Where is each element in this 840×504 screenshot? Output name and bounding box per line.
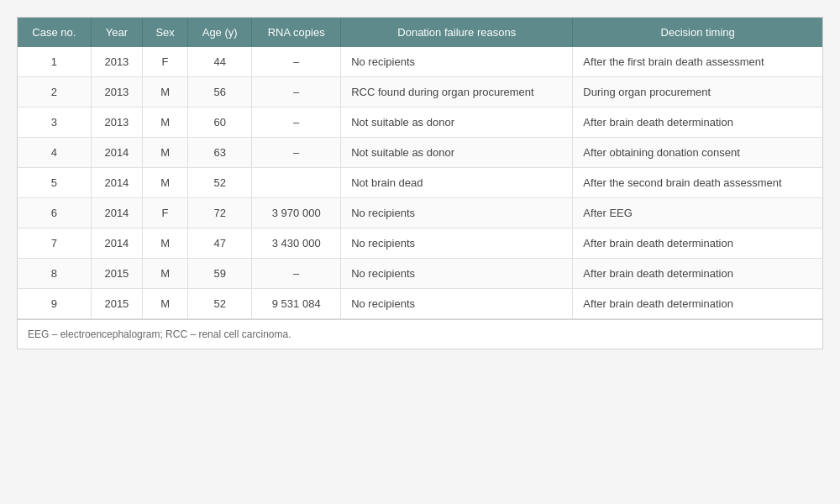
cell-7-rna_copies: 3 430 000 bbox=[252, 228, 341, 259]
table-row: 62014F723 970 000No recipientsAfter EEG bbox=[18, 198, 822, 228]
cell-4-donation_failure_reasons: Not suitable as donor bbox=[341, 138, 573, 168]
cell-8-sex: M bbox=[143, 259, 188, 289]
cell-1-donation_failure_reasons: No recipients bbox=[341, 47, 573, 77]
cell-5-sex: M bbox=[143, 168, 188, 198]
cell-9-decision_timing: After brain death determination bbox=[573, 289, 822, 319]
cell-4-sex: M bbox=[143, 138, 188, 168]
cell-7-sex: M bbox=[143, 228, 188, 259]
cell-9-donation_failure_reasons: No recipients bbox=[341, 289, 573, 319]
cell-7-decision_timing: After brain death determination bbox=[573, 228, 822, 259]
cell-4-decision_timing: After obtaining donation consent bbox=[573, 138, 822, 168]
cell-9-sex: M bbox=[143, 289, 188, 319]
col-header-sex: Sex bbox=[143, 18, 188, 47]
cell-6-rna_copies: 3 970 000 bbox=[252, 198, 341, 228]
cell-4-case_no: 4 bbox=[18, 138, 91, 168]
cell-6-age: 72 bbox=[188, 198, 252, 228]
cell-8-donation_failure_reasons: No recipients bbox=[341, 259, 573, 289]
col-header-rna-copies: RNA copies bbox=[252, 18, 341, 47]
cell-8-age: 59 bbox=[188, 259, 252, 289]
table-header-row: Case no. Year Sex Age (y) RNA copies Don… bbox=[18, 18, 822, 47]
cell-7-year: 2014 bbox=[91, 228, 142, 259]
cell-8-decision_timing: After brain death determination bbox=[573, 259, 822, 289]
cell-6-sex: F bbox=[143, 198, 188, 228]
cell-3-case_no: 3 bbox=[18, 108, 91, 138]
cell-3-decision_timing: After brain death determination bbox=[573, 108, 822, 138]
cell-6-decision_timing: After EEG bbox=[573, 198, 822, 228]
data-table: Case no. Year Sex Age (y) RNA copies Don… bbox=[18, 18, 822, 319]
table-row: 42014M63–Not suitable as donorAfter obta… bbox=[18, 138, 822, 168]
table-row: 22013M56–RCC found during organ procurem… bbox=[18, 77, 822, 108]
cell-4-age: 63 bbox=[188, 138, 252, 168]
cell-2-donation_failure_reasons: RCC found during organ procurement bbox=[341, 77, 573, 108]
table-row: 82015M59–No recipientsAfter brain death … bbox=[18, 259, 822, 289]
cell-2-case_no: 2 bbox=[18, 77, 91, 108]
cell-2-sex: M bbox=[143, 77, 188, 108]
cell-9-rna_copies: 9 531 084 bbox=[252, 289, 341, 319]
cell-1-sex: F bbox=[143, 47, 188, 77]
cell-1-rna_copies: – bbox=[252, 47, 341, 77]
table-row: 12013F44–No recipientsAfter the first br… bbox=[18, 47, 822, 77]
cell-5-rna_copies bbox=[252, 168, 341, 198]
cell-2-decision_timing: During organ procurement bbox=[573, 77, 822, 108]
cell-6-year: 2014 bbox=[91, 198, 142, 228]
cell-5-age: 52 bbox=[188, 168, 252, 198]
cell-8-rna_copies: – bbox=[252, 259, 341, 289]
table-row: 72014M473 430 000No recipientsAfter brai… bbox=[18, 228, 822, 259]
cell-6-donation_failure_reasons: No recipients bbox=[341, 198, 573, 228]
col-header-year: Year bbox=[91, 18, 142, 47]
table-row: 92015M529 531 084No recipientsAfter brai… bbox=[18, 289, 822, 319]
table-row: 32013M60–Not suitable as donorAfter brai… bbox=[18, 108, 822, 138]
cell-9-age: 52 bbox=[188, 289, 252, 319]
cell-4-year: 2014 bbox=[91, 138, 142, 168]
table-footnote: EEG – electroencephalogram; RCC – renal … bbox=[18, 319, 822, 349]
cell-2-age: 56 bbox=[188, 77, 252, 108]
col-header-decision-timing: Decision timing bbox=[573, 18, 822, 47]
cell-7-case_no: 7 bbox=[18, 228, 91, 259]
col-header-age: Age (y) bbox=[188, 18, 252, 47]
cell-5-year: 2014 bbox=[91, 168, 142, 198]
cell-9-case_no: 9 bbox=[18, 289, 91, 319]
cell-3-sex: M bbox=[143, 108, 188, 138]
cell-3-age: 60 bbox=[188, 108, 252, 138]
cell-8-year: 2015 bbox=[91, 259, 142, 289]
cell-3-rna_copies: – bbox=[252, 108, 341, 138]
cell-3-year: 2013 bbox=[91, 108, 142, 138]
table-row: 52014M52Not brain deadAfter the second b… bbox=[18, 168, 822, 198]
cell-7-donation_failure_reasons: No recipients bbox=[341, 228, 573, 259]
col-header-case-no: Case no. bbox=[18, 18, 91, 47]
col-header-donation-failure: Donation failure reasons bbox=[341, 18, 573, 47]
cell-2-year: 2013 bbox=[91, 77, 142, 108]
cell-1-age: 44 bbox=[188, 47, 252, 77]
cell-5-decision_timing: After the second brain death assessment bbox=[573, 168, 822, 198]
main-table-container: Case no. Year Sex Age (y) RNA copies Don… bbox=[17, 17, 823, 349]
cell-6-case_no: 6 bbox=[18, 198, 91, 228]
cell-5-donation_failure_reasons: Not brain dead bbox=[341, 168, 573, 198]
cell-2-rna_copies: – bbox=[252, 77, 341, 108]
cell-7-age: 47 bbox=[188, 228, 252, 259]
cell-4-rna_copies: – bbox=[252, 138, 341, 168]
cell-5-case_no: 5 bbox=[18, 168, 91, 198]
cell-1-year: 2013 bbox=[91, 47, 142, 77]
cell-8-case_no: 8 bbox=[18, 259, 91, 289]
cell-3-donation_failure_reasons: Not suitable as donor bbox=[341, 108, 573, 138]
cell-9-year: 2015 bbox=[91, 289, 142, 319]
cell-1-decision_timing: After the first brain death assessment bbox=[573, 47, 822, 77]
cell-1-case_no: 1 bbox=[18, 47, 91, 77]
